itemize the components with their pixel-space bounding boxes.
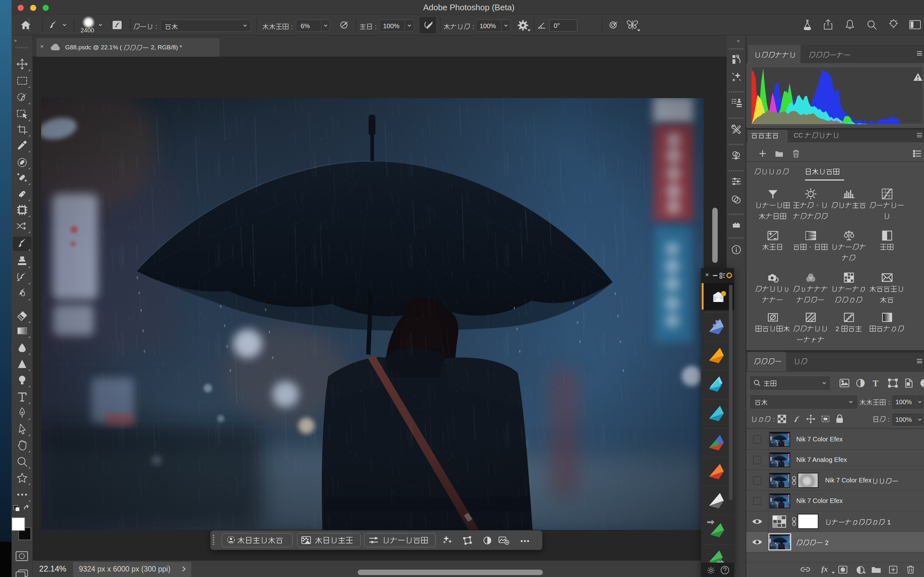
svg-text::: : [291, 23, 293, 30]
svg-text::: : [155, 23, 157, 30]
svg-text::: : [888, 416, 890, 423]
svg-text:1: 1 [887, 519, 891, 526]
svg-text::: : [773, 416, 775, 423]
svg-text:2: 2 [835, 325, 839, 332]
svg-text:2: 2 [825, 539, 829, 546]
svg-text::: : [888, 399, 890, 406]
svg-text::: : [375, 23, 377, 30]
svg-text::: : [472, 23, 474, 30]
